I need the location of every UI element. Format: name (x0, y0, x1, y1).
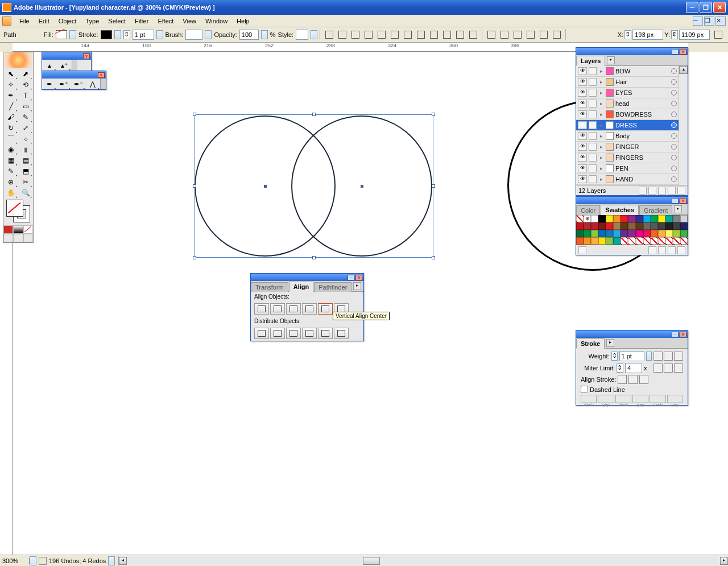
zoom-tool-icon[interactable]: 🔍 (18, 187, 33, 198)
swatch[interactable] (613, 215, 621, 222)
swatch[interactable] (673, 222, 680, 230)
swatch[interactable] (658, 230, 665, 237)
lock-icon[interactable] (589, 78, 597, 86)
layer-row-dress[interactable]: 👁▸DRESS (576, 120, 679, 131)
direct-selection-tool-icon[interactable]: ⬈ (18, 68, 33, 79)
dash-dash-input[interactable]: dash (615, 395, 631, 403)
lock-icon[interactable] (589, 132, 597, 140)
target-icon[interactable] (671, 79, 677, 85)
join-round-button[interactable] (664, 363, 673, 373)
swatch[interactable] (643, 237, 651, 245)
flip-h-button[interactable] (485, 28, 498, 41)
doc-restore-button[interactable]: ❐ (704, 16, 714, 26)
isolate-button[interactable] (537, 28, 550, 41)
swatch[interactable] (576, 215, 584, 222)
y-input[interactable] (679, 30, 710, 40)
locate-object-button[interactable] (639, 187, 647, 195)
layers-close-button[interactable]: x (680, 49, 686, 55)
join-miter-button[interactable] (653, 363, 663, 373)
align-stroke-outside-button[interactable] (639, 375, 648, 384)
x-input[interactable] (632, 30, 663, 40)
align-minimize-button[interactable]: - (348, 275, 354, 280)
visibility-icon[interactable]: 👁 (578, 121, 587, 129)
dist-right-button[interactable] (467, 28, 479, 41)
swatch[interactable] (636, 230, 643, 237)
swatch[interactable] (665, 222, 673, 230)
swatch[interactable] (651, 222, 658, 230)
control-panel-menu-button[interactable] (712, 28, 725, 41)
lock-icon[interactable] (589, 154, 597, 162)
lock-icon[interactable] (589, 110, 597, 118)
dash-dash-input[interactable]: dash (581, 395, 597, 403)
stroke-swatch[interactable] (101, 30, 112, 39)
visibility-icon[interactable]: 👁 (578, 175, 587, 183)
color-mode-button[interactable] (3, 225, 13, 234)
swatch[interactable] (643, 215, 651, 222)
swatch[interactable] (643, 222, 651, 230)
pathfinder-tab[interactable]: Pathfinder (314, 282, 351, 292)
style-dropdown[interactable] (311, 30, 317, 39)
line-tool-icon[interactable]: ╱ (3, 101, 18, 111)
swatch[interactable] (636, 237, 643, 245)
new-color-group-button[interactable] (658, 246, 666, 254)
align-bottom-button[interactable] (388, 28, 401, 41)
swatch[interactable] (606, 215, 613, 222)
menu-help[interactable]: Help (232, 16, 254, 26)
swatch[interactable] (598, 215, 606, 222)
layers-tab[interactable]: Layers (576, 56, 605, 66)
target-icon[interactable] (671, 90, 677, 96)
make-clip-mask-button[interactable] (648, 187, 656, 195)
eyedropper-tool-icon[interactable]: ✎ (3, 166, 18, 176)
layers-panel-menu[interactable]: ▸ (607, 56, 615, 64)
cap-round-button[interactable] (664, 352, 673, 361)
lasso-tool-icon[interactable]: ⟲ (18, 79, 33, 90)
layer-row-head[interactable]: 👁▸head (576, 98, 679, 109)
symbol-sprayer-tool-icon[interactable]: ◉ (3, 144, 18, 155)
transform-tab[interactable]: Transform (251, 282, 288, 292)
doc-minimize-button[interactable]: ─ (693, 16, 703, 26)
align-panel-menu[interactable]: ▸ (353, 282, 361, 290)
brush-swatch[interactable] (185, 30, 202, 40)
visibility-icon[interactable]: 👁 (578, 67, 587, 75)
swatch[interactable] (665, 215, 673, 222)
status-dropdown[interactable] (108, 556, 115, 565)
pencil-tool-icon[interactable]: ✎ (18, 111, 33, 122)
rotate-cw-button[interactable] (511, 28, 524, 41)
align-right-panel-button[interactable] (286, 303, 301, 315)
window-minimize-button[interactable]: ─ (686, 2, 698, 13)
y-stepper[interactable]: ⇕ (671, 30, 678, 39)
delete-swatch-button[interactable] (677, 246, 685, 254)
expand-icon[interactable]: ▸ (598, 133, 604, 139)
swatch[interactable] (606, 230, 613, 237)
cap-projecting-button[interactable] (674, 352, 683, 361)
menu-file[interactable]: File (15, 16, 34, 26)
swatch[interactable] (673, 215, 680, 222)
convert-anchor-tool-icon[interactable]: ⋀ (86, 79, 101, 89)
swatch[interactable] (591, 215, 598, 222)
stroke-weight-dropdown[interactable] (156, 30, 163, 39)
expand-icon[interactable]: ▸ (598, 101, 604, 106)
pen-tool-icon[interactable]: ✒ (42, 79, 57, 89)
swatch[interactable] (658, 215, 665, 222)
swatch[interactable] (613, 230, 621, 237)
menu-edit[interactable]: Edit (34, 16, 54, 26)
lock-icon[interactable] (589, 100, 597, 108)
align-stroke-inside-button[interactable] (628, 375, 638, 384)
menu-select[interactable]: Select (104, 16, 130, 26)
layer-row-hand[interactable]: 👁▸HAND (576, 174, 679, 185)
visibility-icon[interactable]: 👁 (578, 100, 587, 108)
selection-tool-icon[interactable]: ⬉ (3, 68, 18, 79)
fill-dropdown[interactable] (69, 30, 76, 39)
swatch[interactable] (591, 230, 598, 237)
expand-icon[interactable]: ▸ (598, 90, 604, 96)
stroke-dropdown[interactable] (114, 30, 121, 39)
align-vcenter-button[interactable] (375, 28, 388, 41)
swatch[interactable] (673, 230, 680, 237)
dist-hcenter-panel-button[interactable] (318, 328, 333, 339)
target-icon[interactable] (671, 68, 677, 74)
dist-top-panel-button[interactable] (254, 328, 269, 339)
swatch[interactable] (680, 230, 688, 237)
group-selection-tool-icon[interactable]: ▴⁺ (57, 60, 72, 71)
stroke-weight-input[interactable] (133, 30, 154, 40)
expand-icon[interactable]: ▸ (598, 144, 604, 150)
